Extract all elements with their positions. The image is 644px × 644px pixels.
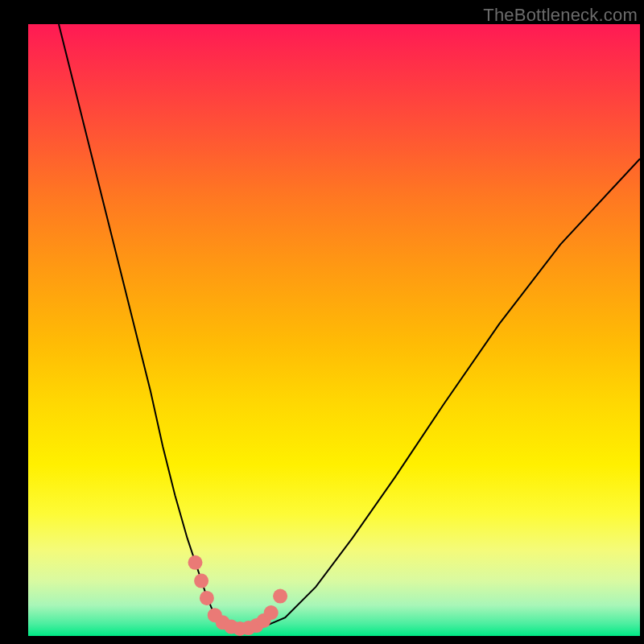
chart-svg [28, 24, 640, 636]
bottleneck-curve [59, 24, 640, 630]
marker-dot [194, 574, 208, 588]
chart-frame: TheBottleneck.com [0, 0, 644, 644]
marker-dot [188, 555, 203, 570]
marker-dot [264, 605, 279, 620]
marker-dot [200, 591, 214, 605]
watermark-text: TheBottleneck.com [483, 5, 638, 26]
plot-area [28, 24, 640, 636]
marker-dot [273, 589, 287, 604]
